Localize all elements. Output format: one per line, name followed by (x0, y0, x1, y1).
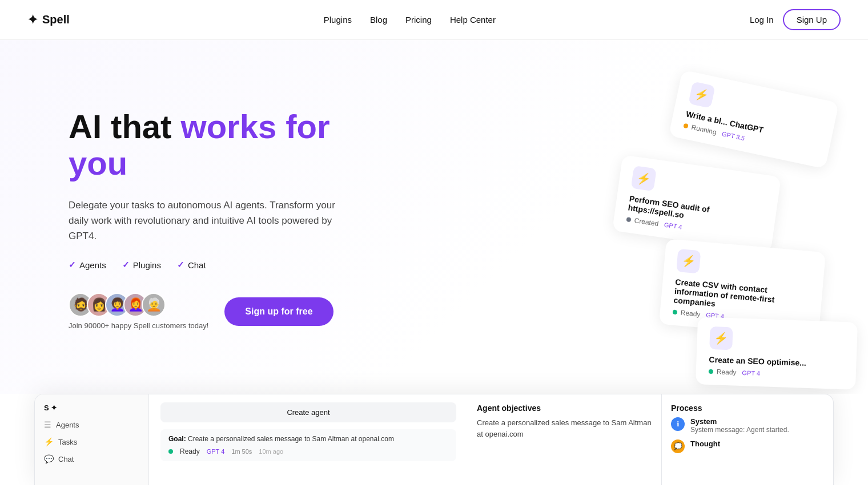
hero-signup-button[interactable]: Sign up for free (224, 297, 333, 326)
app-sidebar: S ✦ ☰ Agents ⚡ Tasks 💬 Chat (35, 394, 149, 485)
card-1-icon: ⚡ (688, 81, 715, 108)
sidebar-agents[interactable]: ☰ Agents (44, 420, 139, 429)
agent-objectives-text: Create a personalized sales message to S… (477, 417, 652, 439)
card-4-title: Create an SEO optimise... (709, 355, 843, 369)
hero-features: ✓ Agents ✓ Plugins ✓ Chat (69, 260, 388, 270)
nav-blog[interactable]: Blog (370, 15, 387, 25)
task-row: Goal: Create a personalized sales messag… (160, 429, 456, 461)
check-chat: ✓ (177, 260, 184, 270)
task-status: Ready (180, 447, 200, 455)
task-goal: Goal: Create a personalized sales messag… (168, 435, 448, 443)
card-1-dot (683, 123, 688, 128)
hero-card-1: ⚡ Write a bl... ChatGPT Running GPT 3.5 (669, 70, 839, 169)
card-3-status-text: Ready (680, 309, 701, 318)
hero-visual: ⚡ Write a bl... ChatGPT Running GPT 3.5 … (468, 40, 868, 394)
hero-cta-row: 🧔 👩 👩‍🦱 👩‍🦰 🧑‍🦳 Join 90000+ happy Spell … (69, 293, 388, 330)
process-title: Process (671, 404, 824, 413)
card-2-status-text: Created (634, 216, 659, 228)
card-4-dot (709, 369, 713, 374)
hero-title: AI that works for you (69, 108, 388, 182)
agents-icon: ☰ (44, 420, 51, 429)
logo-text: Spell (42, 13, 70, 26)
task-status-dot (168, 449, 173, 454)
task-ago: 10m ago (259, 448, 283, 455)
process-system-label: System (690, 417, 789, 426)
navbar: ✦ Spell Plugins Blog Pricing Help Center… (0, 0, 868, 40)
feature-chat-label: Chat (188, 260, 206, 270)
hero-subtitle: Delegate your tasks to autonomous AI age… (69, 197, 354, 244)
card-3-icon: ⚡ (676, 249, 701, 273)
login-button[interactable]: Log In (750, 15, 774, 25)
logo-icon: ✦ (27, 13, 38, 27)
card-3-dot (673, 310, 678, 315)
feature-chat: ✓ Chat (177, 260, 206, 270)
chat-label: Chat (58, 455, 74, 463)
chat-icon: 💬 (44, 454, 54, 463)
check-agents: ✓ (69, 260, 76, 270)
avatars: 🧔 👩 👩‍🦱 👩‍🦰 🧑‍🦳 (69, 293, 166, 317)
task-model: GPT 4 (207, 448, 225, 455)
logo[interactable]: ✦ Spell (27, 13, 70, 27)
feature-agents: ✓ Agents (69, 260, 106, 270)
app-main: Create agent Goal: Create a personalized… (149, 394, 468, 485)
hero-card-2: ⚡ Perform SEO audit of https://spell.so … (612, 155, 781, 253)
hero-title-plain: AI that (69, 108, 181, 145)
cta-join-text: Join 90000+ happy Spell customers today! (69, 321, 208, 330)
hero-card-4: ⚡ Create an SEO optimise... Ready GPT 4 (696, 317, 858, 390)
process-thought: 💭 Thought (671, 439, 824, 453)
process-thought-content: Thought (690, 439, 720, 448)
process-system-content: System System message: Agent started. (690, 417, 789, 434)
task-time: 1m 50s (231, 448, 252, 455)
agent-objectives-title: Agent objectives (477, 404, 652, 413)
task-goal-prefix: Goal: (168, 435, 186, 443)
process-thought-icon: 💭 (671, 439, 685, 453)
process-system-icon: ℹ (671, 417, 685, 431)
card-4-icon: ⚡ (709, 326, 733, 350)
card-4-status: Ready GPT 4 (709, 368, 843, 380)
tasks-label: Tasks (58, 438, 77, 446)
app-sidebar-logo: S ✦ (44, 404, 139, 412)
signup-button[interactable]: Sign Up (783, 9, 841, 30)
create-agent-button[interactable]: Create agent (160, 402, 456, 422)
nav-plugins[interactable]: Plugins (324, 15, 352, 25)
sidebar-chat[interactable]: 💬 Chat (44, 454, 139, 463)
task-meta: Ready GPT 4 1m 50s 10m ago (168, 447, 448, 455)
hero-text: AI that works for you Delegate your task… (69, 86, 388, 330)
nav-right: Log In Sign Up (750, 9, 841, 30)
feature-agents-label: Agents (79, 260, 106, 270)
app-preview: S ✦ ☰ Agents ⚡ Tasks 💬 Chat Create agent… (34, 394, 834, 485)
check-plugins: ✓ (122, 260, 130, 270)
sidebar-tasks[interactable]: ⚡ Tasks (44, 437, 139, 446)
nav-links: Plugins Blog Pricing Help Center (324, 15, 496, 25)
agents-label: Agents (56, 421, 79, 429)
feature-plugins-label: Plugins (133, 260, 161, 270)
process-system-desc: System message: Agent started. (690, 426, 789, 434)
process-panel: Process ℹ System System message: Agent s… (662, 394, 833, 485)
card-1-status-text: Running (690, 123, 717, 136)
task-goal-text: Create a personalized sales message to S… (188, 435, 394, 443)
nav-help[interactable]: Help Center (450, 15, 496, 25)
agent-objectives-panel: Agent objectives Create a personalized s… (468, 394, 662, 485)
card-2-dot (626, 217, 631, 222)
nav-pricing[interactable]: Pricing (405, 15, 432, 25)
avatar-5: 🧑‍🦳 (142, 293, 166, 317)
card-4-model: GPT 4 (742, 369, 760, 377)
hero-section: AI that works for you Delegate your task… (0, 40, 868, 394)
card-2-icon: ⚡ (631, 166, 657, 191)
process-system: ℹ System System message: Agent started. (671, 417, 824, 434)
feature-plugins: ✓ Plugins (122, 260, 161, 270)
card-1-model: GPT 3.5 (721, 130, 745, 142)
avatar-group: 🧔 👩 👩‍🦱 👩‍🦰 🧑‍🦳 Join 90000+ happy Spell … (69, 293, 208, 330)
process-thought-label: Thought (690, 439, 720, 448)
card-2-model: GPT 4 (664, 221, 682, 230)
card-4-status-text: Ready (717, 368, 737, 376)
tasks-icon: ⚡ (44, 437, 54, 446)
